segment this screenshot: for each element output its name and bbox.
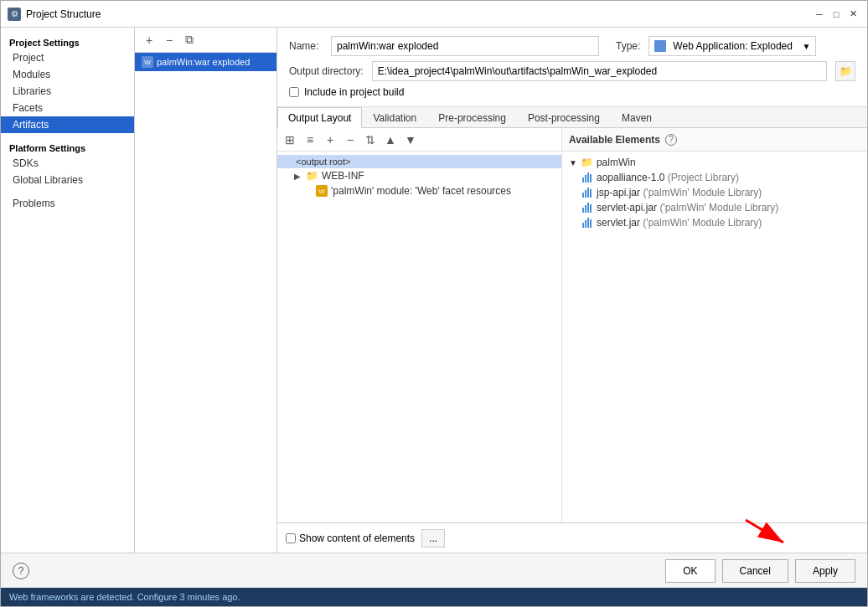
type-select[interactable]: Web Application: Exploded ▼ (648, 36, 816, 56)
avail-group-expand-icon: ▼ (569, 158, 577, 167)
tree-item-facet-resources[interactable]: W 'palmWin' module: 'Web' facet resource… (277, 183, 561, 198)
sidebar-item-problems[interactable]: Problems (1, 195, 134, 212)
output-root-label: <output root> (296, 157, 350, 167)
include-in-build-checkbox[interactable] (289, 87, 299, 97)
type-label: Type: (616, 40, 640, 52)
avail-item-jsp-api[interactable]: jsp-api.jar ('palmWin' Module Library) (562, 185, 867, 200)
facet-label: 'palmWin' module: 'Web' facet resources (331, 185, 511, 197)
available-panel: Available Elements ? ▼ 📁 palmWin (562, 128, 867, 522)
window-controls: ─ □ ✕ (812, 7, 860, 22)
show-content-label: Show content of elements (299, 532, 415, 544)
folder-icon: 📁 (306, 170, 318, 182)
avail-item-servlet[interactable]: servlet.jar ('palmWin' Module Library) (562, 215, 867, 230)
sidebar: Project Settings Project Modules Librari… (1, 28, 135, 553)
output-dir-label: Output directory: (289, 65, 364, 77)
help-icon[interactable]: ? (665, 134, 677, 146)
tree-panel: ⊞ ≡ + − ⇅ ▲ ▼ <output root> (277, 128, 562, 522)
status-message: Web frameworks are detected. Configure 3… (9, 592, 240, 602)
dots-button[interactable]: ... (421, 529, 445, 548)
copy-artifact-button[interactable]: ⧉ (180, 31, 199, 49)
name-row: Name: Type: Web Application: Exploded ▼ (289, 36, 855, 56)
tab-pre-processing[interactable]: Pre-processing (427, 107, 517, 128)
minimize-button[interactable]: ─ (812, 7, 827, 22)
avail-item-label: servlet-api.jar ('palmWin' Module Librar… (597, 202, 778, 213)
tree-structure-button[interactable]: ⊞ (281, 131, 299, 149)
remove-artifact-button[interactable]: − (160, 31, 178, 49)
tree-sort-button[interactable]: ⇅ (361, 131, 380, 149)
title-bar-left: ⚙ Project Structure (8, 8, 101, 21)
type-select-icon (654, 40, 666, 52)
help-button[interactable]: ? (13, 563, 29, 579)
tree-toolbar: ⊞ ≡ + − ⇅ ▲ ▼ (277, 128, 561, 152)
app-icon: ⚙ (8, 8, 21, 21)
close-button[interactable]: ✕ (845, 7, 860, 22)
bottom-bar: Show content of elements ... (277, 522, 867, 553)
library-icon (582, 172, 592, 183)
sidebar-item-project[interactable]: Project (1, 49, 134, 66)
split-panel: ⊞ ≡ + − ⇅ ▲ ▼ <output root> (277, 128, 867, 522)
avail-item-aopalliance[interactable]: aopalliance-1.0 (Project Library) (562, 170, 867, 185)
sidebar-item-modules[interactable]: Modules (1, 66, 134, 83)
sidebar-item-global-libraries[interactable]: Global Libraries (1, 172, 134, 188)
tree-item-output-root[interactable]: <output root> (277, 155, 561, 168)
show-content-checkbox[interactable] (286, 533, 296, 543)
artifact-list-item[interactable]: W palmWin:war exploded (135, 53, 276, 71)
bottom-left: ? (13, 563, 29, 579)
arrow-indicator-container (741, 516, 792, 552)
webinf-label: WEB-INF (322, 170, 364, 182)
include-row: Include in project build (289, 86, 855, 98)
name-label: Name: (289, 40, 323, 52)
artifact-header: Name: Type: Web Application: Exploded ▼ … (277, 28, 867, 107)
project-structure-dialog: ⚙ Project Structure ─ □ ✕ Project Settin… (0, 0, 868, 607)
avail-item-label: servlet.jar ('palmWin' Module Library) (597, 217, 762, 229)
sidebar-item-sdks[interactable]: SDKs (1, 155, 134, 172)
tree-item-webinf[interactable]: ▶ 📁 WEB-INF (277, 168, 561, 183)
output-dir-row: Output directory: 📁 (289, 61, 855, 81)
tabs-bar: Output Layout Validation Pre-processing … (277, 107, 867, 128)
name-input[interactable] (331, 36, 599, 56)
project-settings-title: Project Settings (1, 34, 134, 49)
available-header: Available Elements ? (562, 128, 867, 152)
tree-add-button[interactable]: + (321, 131, 339, 149)
browse-output-button[interactable]: 📁 (835, 61, 855, 81)
avail-item-label: aopalliance-1.0 (Project Library) (597, 172, 739, 183)
artifact-icon: W (142, 56, 153, 68)
status-bar: Web frameworks are detected. Configure 3… (1, 588, 867, 606)
sidebar-item-libraries[interactable]: Libraries (1, 83, 134, 100)
dropdown-arrow-icon: ▼ (802, 42, 810, 51)
available-title: Available Elements (569, 134, 660, 146)
avail-group-label: palmWin (597, 157, 636, 168)
tab-post-processing[interactable]: Post-processing (517, 107, 611, 128)
sidebar-item-artifacts[interactable]: Artifacts (1, 116, 134, 133)
main-content: Name: Type: Web Application: Exploded ▼ … (277, 28, 867, 553)
tab-maven[interactable]: Maven (611, 107, 663, 128)
expand-arrow-icon: ▶ (294, 172, 302, 181)
tree-down-button[interactable]: ▼ (401, 131, 420, 149)
available-tree: ▼ 📁 palmWin (562, 152, 867, 522)
restore-button[interactable]: □ (829, 7, 844, 22)
tree-remove-button[interactable]: − (341, 131, 359, 149)
avail-group-palmwin[interactable]: ▼ 📁 palmWin (562, 155, 867, 170)
dialog-body: Project Settings Project Modules Librari… (1, 28, 867, 553)
apply-button[interactable]: Apply (795, 559, 855, 583)
tab-validation[interactable]: Validation (362, 107, 427, 128)
svg-line-1 (746, 520, 783, 543)
artifact-list: W palmWin:war exploded (135, 53, 276, 553)
avail-item-servlet-api[interactable]: servlet-api.jar ('palmWin' Module Librar… (562, 200, 867, 215)
dialog-footer: ? OK Cancel Apply (1, 553, 867, 588)
dialog-action-buttons: OK Cancel Apply (665, 559, 855, 583)
sidebar-item-facets[interactable]: Facets (1, 100, 134, 116)
cancel-button[interactable]: Cancel (722, 559, 788, 583)
output-dir-input[interactable] (372, 61, 827, 81)
ok-button[interactable]: OK (665, 559, 715, 583)
avail-item-label: jsp-api.jar ('palmWin' Module Library) (597, 187, 762, 198)
tree-up-button[interactable]: ▲ (381, 131, 400, 149)
tree-content: <output root> ▶ 📁 WEB-INF W 'palmWin' mo… (277, 152, 561, 522)
dialog-title: Project Structure (26, 8, 101, 20)
show-content-check: Show content of elements (286, 532, 415, 544)
add-artifact-button[interactable]: + (140, 31, 158, 49)
tree-list-button[interactable]: ≡ (301, 131, 319, 149)
tab-output-layout[interactable]: Output Layout (277, 107, 362, 128)
facet-icon: W (316, 185, 328, 197)
artifact-toolbar: + − ⧉ (135, 28, 276, 53)
